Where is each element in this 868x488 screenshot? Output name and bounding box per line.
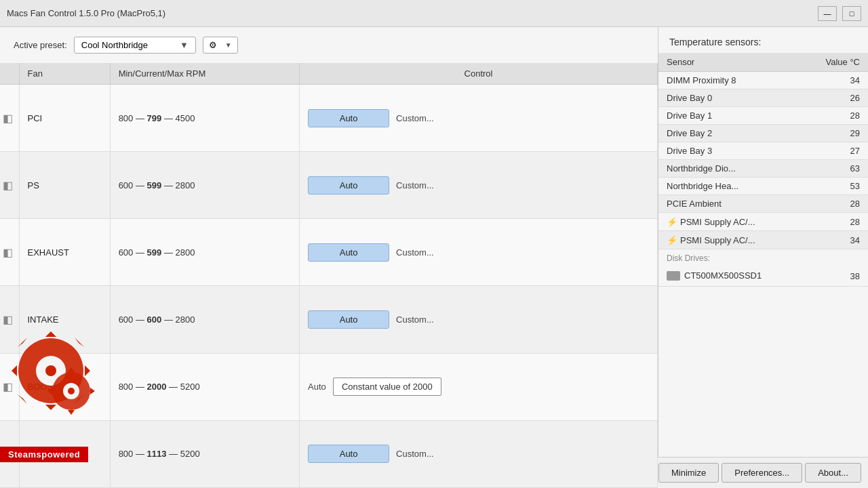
fan-control-header: Control (300, 63, 658, 85)
constant-button[interactable]: Constant value of 2000 (333, 378, 441, 396)
sensor-header: Temperature sensors: (658, 27, 868, 53)
fan-name: EXHAUST (19, 219, 110, 286)
custom-button[interactable]: Custom... (396, 180, 434, 190)
fan-rpm-current: 599 (147, 247, 162, 258)
sensor-value: 29 (800, 125, 869, 142)
sensor-name: ⚡PSMI Supply AC/... (658, 231, 800, 249)
gear-dropdown-arrow-icon: ▼ (225, 41, 232, 49)
fan-table: Fan Min/Current/Max RPM Control ◧PCI800 … (0, 63, 658, 488)
disk-value: 38 (819, 267, 868, 286)
sensor-value: 34 (800, 231, 869, 249)
about-button[interactable]: About... (805, 463, 861, 483)
control-container: Auto Custom... (308, 445, 649, 463)
custom-button[interactable]: Custom... (396, 113, 434, 123)
fan-icon: ◧ (3, 448, 13, 460)
fan-rpm-header: Min/Current/Max RPM (110, 63, 299, 85)
fan-icon-cell: ◧ (0, 286, 19, 353)
auto-button[interactable]: Auto (308, 243, 389, 262)
fan-rpm-current: 1113 (147, 449, 167, 459)
fan-name: PCI (19, 85, 110, 152)
auto-button[interactable]: Auto (308, 176, 389, 195)
fan-icon: ◧ (3, 381, 13, 392)
preferences-button[interactable]: Preferences... (722, 463, 802, 483)
fan-icon-cell: ◧ (0, 420, 19, 487)
sensor-row: ⚡PSMI Supply AC/...34 (658, 231, 868, 249)
custom-button[interactable]: Custom... (396, 449, 434, 459)
bottom-bar: Minimize Preferences... About... (658, 457, 868, 488)
custom-button[interactable]: Custom... (396, 247, 434, 258)
fan-icon: ◧ (3, 113, 13, 124)
control-container: Auto Custom... (308, 310, 649, 329)
maximize-button[interactable]: □ (842, 6, 861, 21)
sensor-row: Northbridge Hea...53 (658, 178, 868, 195)
sensor-value: 26 (800, 89, 869, 107)
sensor-row: Northbridge Dio...63 (658, 160, 868, 178)
fan-row: ◧PS600 — 599 — 2800 Auto Custom... (0, 152, 658, 219)
sensor-name-header: Sensor (658, 53, 800, 72)
right-panel: Temperature sensors: Sensor Value °C DIM… (658, 27, 868, 488)
fan-control-cell: Auto Custom... (300, 152, 658, 219)
fan-icon-cell: ◧ (0, 353, 19, 420)
sensor-value: 63 (800, 160, 869, 178)
sensor-name: Northbridge Dio... (658, 160, 800, 178)
fan-icon: ◧ (3, 314, 13, 325)
sensor-value-header: Value °C (800, 53, 869, 72)
sensor-value: 53 (800, 178, 869, 195)
auto-button[interactable]: Auto (308, 109, 389, 127)
preset-dropdown[interactable]: Cool Northbridge ▼ (74, 37, 196, 54)
main-container: Active preset: Cool Northbridge ▼ ⚙ ▼ Fa… (0, 27, 868, 488)
auto-button[interactable]: Auto (308, 310, 389, 329)
fan-rpm: 800 — 2000 — 5200 (110, 353, 299, 420)
control-container: Auto Custom... (308, 176, 649, 195)
left-panel: Active preset: Cool Northbridge ▼ ⚙ ▼ Fa… (0, 27, 658, 488)
fan-row: ◧INTAKE600 — 600 — 2800 Auto Custom... (0, 286, 658, 353)
disk-table: CT500MX500SSD138 (658, 267, 868, 287)
fan-icon-cell: ◧ (0, 152, 19, 219)
sensor-name: Drive Bay 3 (658, 142, 800, 160)
preset-value: Cool Northbridge (81, 40, 148, 50)
custom-button[interactable]: Custom... (396, 314, 434, 325)
disk-icon (667, 271, 680, 281)
fan-row: ◧PCI800 — 799 — 4500 Auto Custom... (0, 85, 658, 152)
sensor-row: Drive Bay 128 (658, 107, 868, 125)
auto-button[interactable]: Auto (308, 445, 389, 463)
sensor-name: Drive Bay 0 (658, 89, 800, 107)
disk-drives-label: Disk Drives: (658, 249, 868, 267)
window-controls: — □ (818, 6, 861, 21)
sensor-row: Drive Bay 026 (658, 89, 868, 107)
gear-icon: ⚙ (209, 40, 217, 50)
fan-rpm-current: 2000 (147, 382, 167, 392)
lightning-icon: ⚡ (667, 216, 677, 227)
fan-control-cell: Auto Custom... (300, 219, 658, 286)
sensor-name: Drive Bay 1 (658, 107, 800, 125)
sensor-row: Drive Bay 327 (658, 142, 868, 160)
auto-text-button[interactable]: Auto (308, 382, 326, 392)
control-container: Auto Custom... (308, 109, 649, 127)
sensor-name: Northbridge Hea... (658, 178, 800, 195)
sensor-value: 28 (800, 213, 869, 231)
minimize-button[interactable]: — (818, 6, 837, 21)
sensor-value: 34 (800, 72, 869, 89)
control-container: Auto Custom... (308, 243, 649, 262)
sensor-row: ⚡PSMI Supply AC/...28 (658, 213, 868, 231)
fan-name: BOOSTB (19, 420, 110, 487)
fan-icon-cell: ◧ (0, 219, 19, 286)
sensor-table: Sensor Value °C DIMM Proximity 834Drive … (658, 53, 868, 249)
fan-control-cell: Auto Constant value of 2000 (300, 353, 658, 420)
sensor-row: DIMM Proximity 834 (658, 72, 868, 89)
sensor-row: PCIE Ambient28 (658, 195, 868, 213)
fan-row: ◧BOOSTB800 — 1113 — 5200 Auto Custom... (0, 420, 658, 487)
sensor-row: Drive Bay 229 (658, 125, 868, 142)
sensor-name: DIMM Proximity 8 (658, 72, 800, 89)
sensor-value: 28 (800, 107, 869, 125)
fan-icon-header (0, 63, 19, 85)
title-bar: Macs Fan Control 1.5.0 Pro (MacPro5,1) —… (0, 0, 868, 27)
sensor-name: Drive Bay 2 (658, 125, 800, 142)
fan-icon: ◧ (3, 180, 13, 191)
fan-icon: ◧ (3, 247, 13, 258)
fan-rpm: 800 — 1113 — 5200 (110, 420, 299, 487)
fan-rpm: 600 — 599 — 2800 (110, 219, 299, 286)
gear-button[interactable]: ⚙ ▼ (203, 37, 238, 54)
fan-table-header-row: Fan Min/Current/Max RPM Control (0, 63, 658, 85)
minimize-button[interactable]: Minimize (658, 463, 719, 483)
